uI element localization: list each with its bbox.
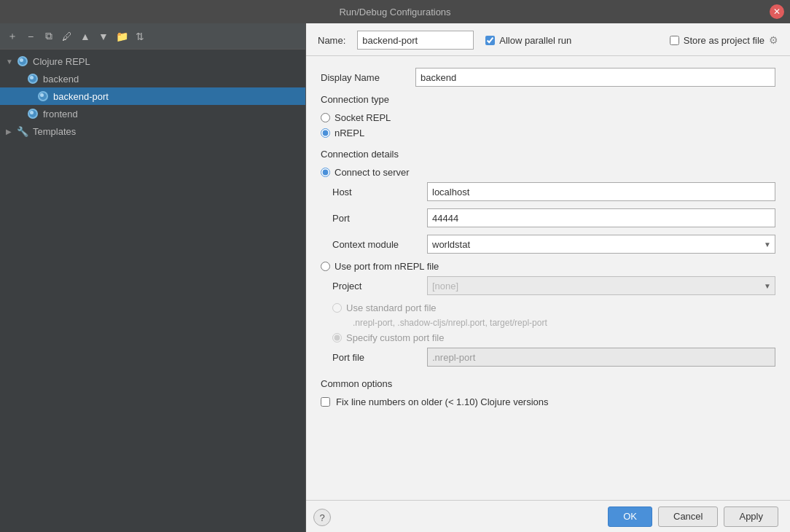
expand-icon: ▼ — [6, 58, 16, 66]
main-content: ＋ − ⧉ 🖊 ▲ ▼ 📁 ⇅ ▼ Clojure REPL — [0, 23, 790, 532]
context-module-select[interactable]: worldstat — [427, 235, 775, 254]
connection-details-header: Connection details — [321, 149, 775, 160]
store-project-row: Store as project file ⚙ — [670, 34, 778, 46]
left-panel: ＋ − ⧉ 🖊 ▲ ▼ 📁 ⇅ ▼ Clojure REPL — [0, 23, 306, 532]
port-file-row: Port file — [332, 348, 775, 367]
allow-parallel-row: Allow parallel run — [485, 35, 571, 46]
ok-button[interactable]: OK — [608, 506, 652, 527]
remove-button[interactable]: − — [23, 28, 39, 44]
connect-server-section: Connect to server Host Port Context modu… — [321, 167, 775, 254]
edit-button[interactable]: 🖊 — [59, 28, 75, 44]
context-module-row: Context module worldstat ▼ — [332, 235, 775, 254]
project-label: Project — [332, 281, 427, 292]
expand-icon-templates: ▶ — [6, 128, 16, 136]
templates-label: Templates — [33, 126, 76, 137]
host-input[interactable] — [427, 182, 775, 201]
configurations-toolbar: ＋ − ⧉ 🖊 ▲ ▼ 📁 ⇅ — [0, 23, 305, 50]
nrepl-label: nREPL — [335, 128, 364, 138]
server-options: Host Port Context module worldstat — [332, 182, 775, 254]
clojure-repl-icon — [16, 55, 29, 68]
close-button[interactable]: ✕ — [770, 4, 784, 19]
port-file-hint: .nrepl-port, .shadow-cljs/nrepl.port, ta… — [353, 318, 775, 328]
dialog-title: Run/Debug Configurations — [339, 7, 450, 17]
display-name-input[interactable] — [415, 68, 775, 87]
store-project-label: Store as project file — [684, 35, 764, 46]
allow-parallel-checkbox[interactable] — [485, 36, 495, 45]
backend-port-label: backend-port — [53, 91, 109, 102]
cancel-button[interactable]: Cancel — [658, 506, 718, 527]
add-button[interactable]: ＋ — [4, 28, 20, 44]
socket-repl-row: Socket REPL — [321, 112, 775, 123]
specify-custom-port-label: Specify custom port file — [346, 332, 444, 343]
common-options-section: Common options Fix line numbers on older… — [321, 378, 775, 407]
backend-icon — [26, 72, 39, 85]
gear-icon[interactable]: ⚙ — [769, 34, 778, 46]
backend-label: backend — [43, 74, 79, 85]
project-row: Project [none] ▼ — [332, 276, 775, 295]
port-file-input[interactable] — [427, 348, 775, 367]
tree-item-clojure-repl[interactable]: ▼ Clojure REPL — [0, 52, 305, 70]
context-module-wrapper: worldstat ▼ — [427, 235, 775, 254]
host-label: Host — [332, 187, 427, 197]
specify-custom-port-radio[interactable] — [332, 333, 342, 343]
nrepl-port-options: Project [none] ▼ Use standard port file — [332, 276, 775, 367]
connection-type-label: Connection type — [321, 94, 775, 105]
allow-parallel-label: Allow parallel run — [499, 35, 571, 46]
tree-item-backend[interactable]: backend — [0, 70, 305, 87]
connect-to-server-label: Connect to server — [335, 167, 410, 178]
store-project-checkbox[interactable] — [670, 36, 679, 45]
port-input[interactable] — [427, 208, 775, 227]
templates-icon: 🔧 — [16, 125, 29, 138]
nrepl-radio[interactable] — [321, 128, 330, 138]
context-module-label: Context module — [332, 239, 427, 250]
connection-type-group: Socket REPL nREPL — [321, 112, 775, 138]
display-name-row: Display Name — [321, 68, 775, 87]
socket-repl-radio[interactable] — [321, 113, 330, 122]
folder-button[interactable]: 📁 — [114, 28, 130, 44]
use-port-section: Use port from nREPL file Project [none] … — [321, 261, 775, 367]
dialog-footer: ? OK Cancel Apply — [306, 500, 790, 532]
sort-button[interactable]: ⇅ — [132, 28, 148, 44]
common-options-header: Common options — [321, 378, 775, 389]
use-standard-port-radio[interactable] — [332, 303, 342, 313]
project-select[interactable]: [none] — [427, 276, 775, 295]
specify-custom-port-row: Specify custom port file — [332, 332, 775, 343]
fix-line-numbers-checkbox[interactable] — [321, 397, 330, 407]
use-port-row: Use port from nREPL file — [321, 261, 775, 272]
title-bar: Run/Debug Configurations ✕ — [0, 0, 790, 23]
frontend-icon — [26, 107, 39, 120]
project-wrapper: [none] ▼ — [427, 276, 775, 295]
connect-to-server-row: Connect to server — [321, 167, 775, 178]
tree-item-backend-port[interactable]: backend-port — [0, 87, 305, 105]
config-form: Display Name Connection type Socket REPL… — [306, 56, 790, 500]
configurations-tree: ▼ Clojure REPL backend — [0, 50, 305, 532]
display-name-label: Display Name — [321, 72, 415, 83]
name-input[interactable] — [357, 31, 474, 50]
apply-button[interactable]: Apply — [724, 506, 778, 527]
right-panel: Name: Allow parallel run Store as projec… — [306, 23, 790, 532]
copy-button[interactable]: ⧉ — [41, 28, 57, 44]
fix-line-numbers-label: Fix line numbers on older (< 1.10) Cloju… — [336, 396, 549, 407]
use-port-label: Use port from nREPL file — [335, 261, 439, 272]
socket-repl-label: Socket REPL — [335, 112, 391, 123]
name-label: Name: — [318, 35, 345, 46]
run-debug-dialog: Run/Debug Configurations ✕ ＋ − ⧉ 🖊 ▲ ▼ 📁… — [0, 0, 790, 532]
clojure-repl-label: Clojure REPL — [33, 56, 90, 67]
port-file-label: Port file — [332, 352, 427, 363]
use-port-radio[interactable] — [321, 262, 330, 271]
port-row: Port — [332, 208, 775, 227]
nrepl-row: nREPL — [321, 128, 775, 138]
fix-line-numbers-row: Fix line numbers on older (< 1.10) Cloju… — [321, 396, 775, 407]
backend-port-icon — [36, 90, 50, 103]
help-button[interactable]: ? — [313, 509, 331, 526]
tree-item-frontend[interactable]: frontend — [0, 105, 305, 122]
use-standard-port-label: Use standard port file — [346, 302, 437, 313]
port-label: Port — [332, 213, 427, 224]
host-row: Host — [332, 182, 775, 201]
frontend-label: frontend — [43, 109, 78, 120]
move-down-button[interactable]: ▼ — [95, 28, 112, 44]
tree-item-templates[interactable]: ▶ 🔧 Templates — [0, 122, 305, 140]
use-standard-port-row: Use standard port file — [332, 302, 775, 313]
move-up-button[interactable]: ▲ — [77, 28, 93, 44]
connect-to-server-radio[interactable] — [321, 168, 330, 177]
